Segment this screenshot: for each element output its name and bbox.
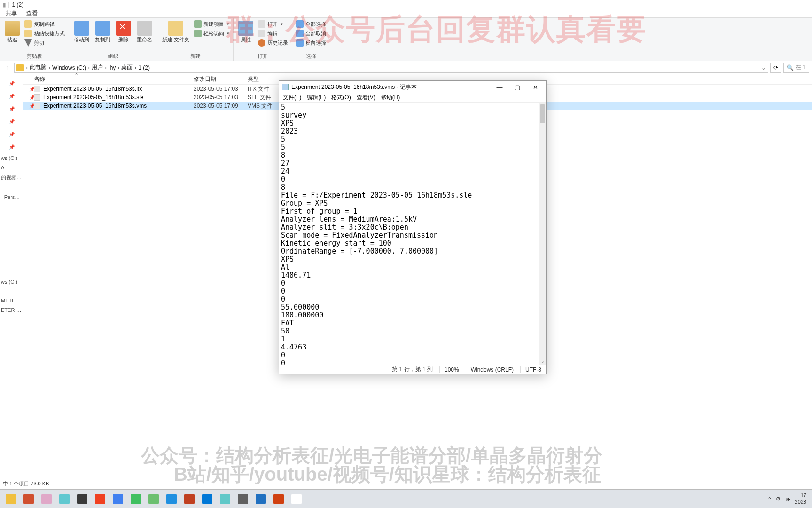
tray-icon[interactable]: 🕪 (785, 496, 790, 502)
select-all-button[interactable]: 全部选择 (295, 20, 327, 28)
column-name[interactable]: 名称 (34, 75, 194, 83)
properties-button[interactable]: 属性 (236, 20, 255, 44)
nav-sidebar[interactable]: 📌 📌 📌 📌 📌 📌 ws (C:) A 的视频2023( - Persona… (0, 74, 23, 394)
sidebar-item[interactable]: 的视频2023( (0, 172, 23, 183)
column-date[interactable]: 修改日期 (194, 75, 248, 83)
new-folder-button[interactable]: 新建 文件夹 (160, 20, 191, 44)
chevron-down-icon[interactable]: ⌄ (761, 64, 766, 71)
sidebar-item[interactable]: ws (C:) (0, 277, 23, 286)
menu-file[interactable]: 文件(F) (283, 94, 301, 102)
breadcrumb[interactable]: › 此电脑› Windows (C:)› 用户› lhy› 桌面› 1 (2) … (14, 63, 768, 73)
open-button[interactable]: 打开▾ (257, 20, 289, 28)
edit-button[interactable]: 编辑 (257, 29, 289, 38)
new-item-button[interactable]: 新建项目▾ (193, 20, 230, 28)
sidebar-item[interactable]: ETER (E:) (0, 305, 23, 315)
easy-access-button[interactable]: 轻松访问▾ (193, 29, 230, 38)
breadcrumb-item[interactable]: 桌面 (121, 64, 133, 71)
select-none-button[interactable]: 全部取消 (295, 29, 327, 38)
system-tray[interactable]: ^ ⚙ 🕪 17 2023 (768, 492, 809, 505)
taskbar-app[interactable] (235, 492, 251, 506)
tray-icon[interactable]: ⚙ (776, 496, 781, 502)
notepad-menu: 文件(F) 编辑(E) 格式(O) 查看(V) 帮助(H) (279, 93, 546, 103)
notepad-titlebar[interactable]: Experiment 2023-05-05_16h18m53s.vms - 记事… (279, 81, 546, 93)
scroll-down-icon[interactable]: ⌄ (541, 358, 545, 364)
rename-icon (137, 21, 152, 36)
app-icon (131, 494, 141, 504)
notepad-window: Experiment 2023-05-05_16h18m53s.vms - 记事… (279, 80, 547, 374)
taskbar-app[interactable] (181, 492, 197, 506)
scroll-thumb[interactable] (540, 104, 545, 123)
breadcrumb-item[interactable]: Windows (C:) (52, 64, 86, 71)
sidebar-item[interactable]: METER (E:) (0, 296, 23, 305)
breadcrumb-item[interactable]: 1 (2) (138, 64, 150, 71)
tab-view[interactable]: 查看 (26, 9, 38, 17)
app-icon (77, 494, 87, 504)
nav-up-button[interactable]: ↑ (3, 63, 12, 72)
history-button[interactable]: 历史记录 (257, 39, 289, 47)
taskbar-app[interactable] (21, 492, 37, 506)
taskbar-app[interactable] (146, 492, 162, 506)
menu-help[interactable]: 帮助(H) (381, 94, 400, 102)
invert-selection-icon (296, 39, 304, 47)
taskbar-app[interactable] (271, 492, 287, 506)
taskbar-app[interactable] (164, 492, 180, 506)
invert-selection-button[interactable]: 反向选择 (295, 39, 327, 47)
taskbar-app[interactable] (3, 492, 19, 506)
taskbar-app[interactable] (56, 492, 72, 506)
taskbar-app[interactable] (289, 492, 304, 506)
taskbar-app[interactable] (199, 492, 215, 506)
menu-edit[interactable]: 编辑(E) (307, 94, 326, 102)
taskbar-app[interactable] (217, 492, 233, 506)
file-name: Experiment 2023-05-05_16h18m53s.vms (43, 103, 194, 109)
notepad-text[interactable]: 5 survey XPS 2023 5 5 8 27 24 0 8 File =… (279, 103, 546, 365)
copy-path-button[interactable]: 复制路径 (23, 20, 66, 28)
search-icon: 🔍 (787, 64, 794, 71)
close-button[interactable]: ✕ (526, 81, 544, 93)
taskbar-app[interactable] (128, 492, 144, 506)
copy-icon (95, 21, 110, 36)
folder-icon (16, 64, 24, 71)
app-icon (59, 494, 70, 504)
menu-format[interactable]: 格式(O) (331, 94, 351, 102)
cut-button[interactable]: 剪切 (23, 39, 66, 47)
sidebar-item[interactable]: ws (C:) (0, 153, 23, 163)
breadcrumb-item[interactable]: 此电脑 (30, 64, 47, 71)
collapse-icon[interactable]: ^ (75, 72, 78, 78)
breadcrumb-item[interactable]: lhy (109, 64, 116, 71)
taskbar-app[interactable] (253, 492, 269, 506)
search-input[interactable]: 🔍 在 1 (783, 63, 809, 73)
taskbar-clock[interactable]: 17 2023 (795, 492, 806, 505)
notepad-body: 5 survey XPS 2023 5 5 8 27 24 0 8 File =… (279, 103, 546, 365)
file-date: 2023-05-05 17:09 (194, 103, 248, 109)
scrollbar-vertical[interactable]: ⌄ (539, 103, 546, 365)
tab-share[interactable]: 共享 (6, 9, 17, 17)
rename-button[interactable]: 重命名 (135, 20, 154, 44)
minimize-button[interactable]: — (491, 81, 508, 93)
menu-view[interactable]: 查看(V) (357, 94, 375, 102)
taskbar-app[interactable] (74, 492, 90, 506)
select-all-icon (296, 20, 304, 28)
sidebar-item (0, 183, 23, 192)
sidebar-item[interactable]: - Persona (0, 192, 23, 202)
maximize-button[interactable]: ▢ (508, 81, 526, 93)
copy-to-button[interactable]: 复制到 (93, 20, 112, 44)
taskbar-app[interactable] (110, 492, 126, 506)
tray-chevron-icon[interactable]: ^ (768, 496, 771, 502)
watermark-bottom-1: 公众号：结构分析表征/光电子能谱分部/单晶多晶衍射分 (141, 443, 602, 468)
taskbar-app[interactable] (39, 492, 55, 506)
delete-button[interactable]: 删除 (114, 20, 133, 44)
app-icon (273, 494, 284, 504)
refresh-button[interactable]: ⟳ (770, 63, 781, 73)
copy-path-icon (24, 20, 32, 28)
breadcrumb-item[interactable]: 用户 (92, 64, 103, 71)
paste-shortcut-button[interactable]: 粘贴快捷方式 (23, 29, 66, 38)
easy-access-icon (194, 30, 202, 37)
shortcut-icon (24, 30, 32, 37)
text-cursor (337, 235, 337, 243)
move-to-button[interactable]: 移动到 (72, 20, 91, 44)
new-folder-icon (168, 21, 183, 36)
paste-button[interactable]: 粘贴 (3, 20, 22, 44)
ribbon: 粘贴 复制路径 粘贴快捷方式 剪切 剪贴板 移动到 复制到 删除 重命名 组织 … (0, 18, 812, 61)
taskbar-app[interactable] (92, 492, 108, 506)
sidebar-item[interactable]: A (0, 163, 23, 172)
